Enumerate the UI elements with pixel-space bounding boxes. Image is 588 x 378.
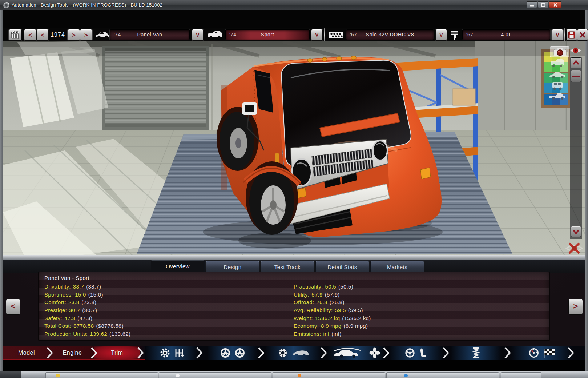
- exit-designer-button[interactable]: [577, 29, 588, 41]
- gauge-icon: [528, 347, 539, 358]
- steering-wheel-icon: [404, 347, 415, 358]
- car-icon: [94, 30, 109, 40]
- toolbar-separator-2: [564, 28, 565, 41]
- minimize-button[interactable]: [527, 1, 537, 8]
- viewport-scrollbar-track[interactable]: [570, 57, 582, 239]
- stat-offroad: Offroad:26.8(26.8): [294, 298, 371, 306]
- nav-step-test-results[interactable]: [511, 346, 573, 360]
- calendar-icon: [11, 31, 20, 39]
- stat-safety: Safety:47.3(47.3): [44, 314, 130, 322]
- garage-scene: [3, 41, 585, 257]
- car-aero-icon: [332, 347, 366, 358]
- year-next-fast-button[interactable]: >: [80, 29, 92, 41]
- app-icon: [298, 374, 301, 377]
- scroll-up-button[interactable]: [571, 57, 581, 68]
- stat-practicality: Practicality:50.5(50.5): [294, 283, 371, 291]
- app-icon: [404, 374, 408, 377]
- wheel-icon: [234, 347, 245, 358]
- engine-name: Solo 32V DOHC V8: [346, 32, 434, 37]
- windows-taskbar: [0, 371, 588, 378]
- app-logo-icon: [3, 2, 9, 8]
- nav-step-interior[interactable]: [389, 346, 443, 360]
- screen: Automation - Design Tools - (WORK IN PRO…: [0, 0, 588, 378]
- calendar-button[interactable]: [9, 29, 22, 41]
- viewport-3d[interactable]: [3, 41, 585, 257]
- taskbar-button[interactable]: [273, 372, 385, 378]
- scrollbar-thumb[interactable]: [571, 70, 581, 82]
- camera-icon: [550, 47, 570, 57]
- chevron-separator-icon: [196, 347, 204, 359]
- stat-total-cost: Total Cost:8778.58($8778.58): [44, 322, 130, 330]
- pickup-type-button[interactable]: [548, 91, 567, 101]
- chevron-separator-icon: [382, 347, 390, 359]
- save-button[interactable]: [566, 29, 577, 41]
- chevron-separator-icon: [442, 347, 450, 359]
- close-window-button[interactable]: [549, 1, 561, 8]
- model-name: Panel Van: [110, 32, 189, 37]
- nav-step-suspension[interactable]: [451, 346, 502, 360]
- chevron-separator-icon: [46, 347, 54, 359]
- camera-button[interactable]: [550, 46, 569, 57]
- stats-page-prev-button[interactable]: <: [6, 299, 20, 315]
- van-type-button[interactable]: [549, 57, 566, 68]
- variant-name: 4.0L: [463, 32, 550, 37]
- nav-step-brakes-body[interactable]: [265, 346, 322, 360]
- stat-economy: Economy:8.9 mpg(8.9 mpg): [294, 322, 371, 330]
- variant-dropdown-button[interactable]: V: [552, 29, 563, 41]
- app-icon: [176, 374, 180, 377]
- checkered-flag-icon: [543, 348, 555, 358]
- stat-production-units: Production Units:139.62(139.62): [44, 330, 130, 338]
- window-frame-left: [0, 10, 3, 371]
- nav-step-engine[interactable]: Engine: [54, 346, 91, 360]
- van-type-icon: [549, 57, 566, 68]
- engine-variant-field[interactable]: '67 4.0L: [462, 29, 550, 40]
- maximize-button[interactable]: [538, 1, 548, 8]
- year-next-button[interactable]: >: [68, 29, 80, 41]
- engine-icon: [329, 31, 344, 39]
- nav-step-drivetrain[interactable]: [145, 346, 198, 360]
- eye-button[interactable]: [569, 46, 582, 55]
- engine-selector-field[interactable]: '67 Solo 32V DOHC V8: [346, 29, 434, 40]
- piston-icon: [449, 30, 460, 40]
- stat-utility: Utility:57.9(57.9): [294, 291, 371, 299]
- taskbar-button[interactable]: [159, 372, 271, 378]
- stat-sportiness: Sportiness:15.0(15.0): [44, 291, 130, 299]
- gear-icon: [160, 347, 170, 358]
- nav-step-trim[interactable]: Trim: [98, 346, 136, 360]
- stats-title: Panel Van - Sport: [44, 275, 89, 281]
- chevron-separator-icon: [504, 347, 512, 359]
- roller-shutter-door: [102, 46, 209, 131]
- suv-type-button[interactable]: [549, 80, 565, 91]
- taskbar-button[interactable]: [501, 372, 541, 378]
- overview-stats-panel: Panel Van - Sport Drivability:38.7(38.7)…: [38, 272, 550, 341]
- fan-icon: [369, 347, 380, 358]
- stats-page-next-button[interactable]: >: [568, 299, 583, 315]
- stat-comfort: Comfort:23.8(23.8): [44, 298, 130, 306]
- scroll-down-button[interactable]: [571, 226, 581, 237]
- model-selector-field[interactable]: '74 Panel Van: [110, 29, 190, 40]
- trim-dropdown-button[interactable]: V: [311, 29, 323, 41]
- nav-step-aero-cooling[interactable]: [327, 346, 385, 360]
- seat-icon: [419, 347, 428, 358]
- stat-emissions: Emissions:inf(inf): [294, 330, 371, 338]
- taskbar-button[interactable]: [45, 372, 158, 378]
- taskbar-button[interactable]: [386, 372, 499, 378]
- trim-selector-field[interactable]: '74 Sport: [225, 29, 310, 40]
- shift-pattern-icon: [174, 348, 184, 358]
- maximize-icon: [541, 3, 545, 7]
- exit-x-icon: [580, 32, 585, 38]
- hide-ui-button[interactable]: [564, 241, 584, 255]
- year-prev-fast-button[interactable]: <: [24, 29, 36, 41]
- nav-step-model[interactable]: Model: [7, 346, 47, 360]
- title-bar: Automation - Design Tools - (WORK IN PRO…: [0, 0, 588, 11]
- toolbar-separator: [324, 28, 325, 41]
- sedan-type-button[interactable]: [548, 69, 567, 80]
- year-prev-button[interactable]: <: [36, 29, 49, 41]
- sedan-type-icon: [548, 69, 567, 80]
- engine-dropdown-button[interactable]: V: [435, 29, 447, 41]
- window-frame-right: [585, 10, 588, 371]
- taskbar-start-area[interactable]: [0, 371, 21, 378]
- model-dropdown-button[interactable]: V: [192, 29, 204, 41]
- bottom-black-strip: [3, 360, 585, 371]
- nav-step-wheels[interactable]: [207, 346, 258, 360]
